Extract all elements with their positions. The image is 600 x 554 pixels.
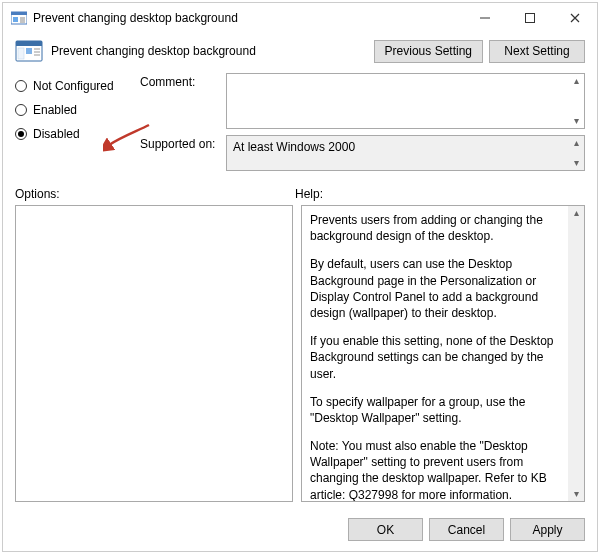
header: Prevent changing desktop background Prev…	[3, 33, 597, 73]
cancel-button[interactable]: Cancel	[429, 518, 504, 541]
supported-on-value: At least Windows 2000	[227, 136, 584, 158]
titlebar-left: Prevent changing desktop background	[11, 10, 238, 26]
scrollbar[interactable]: ▴ ▾	[568, 206, 584, 501]
svg-rect-6	[26, 48, 32, 54]
apply-button[interactable]: Apply	[510, 518, 585, 541]
config-area: Not Configured Enabled Disabled Comment	[3, 73, 597, 179]
svg-rect-3	[525, 14, 534, 23]
next-setting-button[interactable]: Next Setting	[489, 40, 585, 63]
previous-setting-button[interactable]: Previous Setting	[374, 40, 483, 63]
comment-row: Comment: ▴ ▾	[140, 73, 585, 129]
radio-circle-icon	[15, 80, 27, 92]
radio-enabled[interactable]: Enabled	[15, 103, 130, 117]
scroll-down-icon: ▾	[574, 158, 579, 168]
titlebar: Prevent changing desktop background	[3, 3, 597, 33]
window-controls	[462, 3, 597, 33]
help-paragraph: If you enable this setting, none of the …	[310, 333, 564, 382]
radio-label: Disabled	[33, 127, 80, 141]
close-button[interactable]	[552, 3, 597, 33]
options-pane	[15, 205, 293, 502]
fields: Comment: ▴ ▾ Supported on: At least Wind…	[140, 73, 585, 171]
scrollbar[interactable]: ▴ ▾	[568, 74, 584, 128]
maximize-button[interactable]	[507, 3, 552, 33]
policy-large-icon	[15, 39, 43, 63]
supported-on-box: At least Windows 2000 ▴ ▾	[226, 135, 585, 171]
radio-circle-icon	[15, 104, 27, 116]
comment-label: Comment:	[140, 73, 220, 89]
help-paragraph: By default, users can use the Desktop Ba…	[310, 256, 564, 321]
svg-rect-1	[11, 12, 27, 15]
radio-disabled[interactable]: Disabled	[15, 127, 130, 141]
help-pane: Prevents users from adding or changing t…	[301, 205, 585, 502]
header-title: Prevent changing desktop background	[51, 44, 256, 58]
help-paragraph: Note: You must also enable the "Desktop …	[310, 438, 564, 501]
svg-rect-7	[18, 48, 24, 59]
radio-not-configured[interactable]: Not Configured	[15, 79, 130, 93]
radio-label: Enabled	[33, 103, 77, 117]
nav-buttons: Previous Setting Next Setting	[374, 40, 585, 63]
scroll-up-icon: ▴	[574, 138, 579, 148]
svg-rect-2	[13, 17, 18, 22]
help-paragraph: To specify wallpaper for a group, use th…	[310, 394, 564, 426]
scroll-up-icon: ▴	[574, 76, 579, 86]
radio-circle-checked-icon	[15, 128, 27, 140]
scroll-down-icon: ▾	[574, 116, 579, 126]
dialog-footer: OK Cancel Apply	[3, 510, 597, 551]
supported-row: Supported on: At least Windows 2000 ▴ ▾	[140, 135, 585, 171]
radio-label: Not Configured	[33, 79, 114, 93]
supported-label: Supported on:	[140, 135, 220, 151]
policy-editor-window: Prevent changing desktop background Prev…	[2, 2, 598, 552]
ok-button[interactable]: OK	[348, 518, 423, 541]
section-labels: Options: Help:	[3, 179, 597, 205]
help-label: Help:	[295, 187, 323, 201]
comment-input[interactable]: ▴ ▾	[226, 73, 585, 129]
svg-rect-5	[16, 41, 42, 46]
help-paragraph: Prevents users from adding or changing t…	[310, 212, 564, 244]
policy-icon	[11, 10, 27, 26]
panes: Prevents users from adding or changing t…	[3, 205, 597, 510]
scroll-down-icon: ▾	[574, 489, 579, 499]
state-radiogroup: Not Configured Enabled Disabled	[15, 73, 130, 171]
window-title: Prevent changing desktop background	[33, 11, 238, 25]
scrollbar[interactable]: ▴ ▾	[568, 136, 584, 170]
help-text: Prevents users from adding or changing t…	[302, 206, 584, 501]
options-label: Options:	[15, 187, 295, 201]
minimize-button[interactable]	[462, 3, 507, 33]
scroll-up-icon: ▴	[574, 208, 579, 218]
